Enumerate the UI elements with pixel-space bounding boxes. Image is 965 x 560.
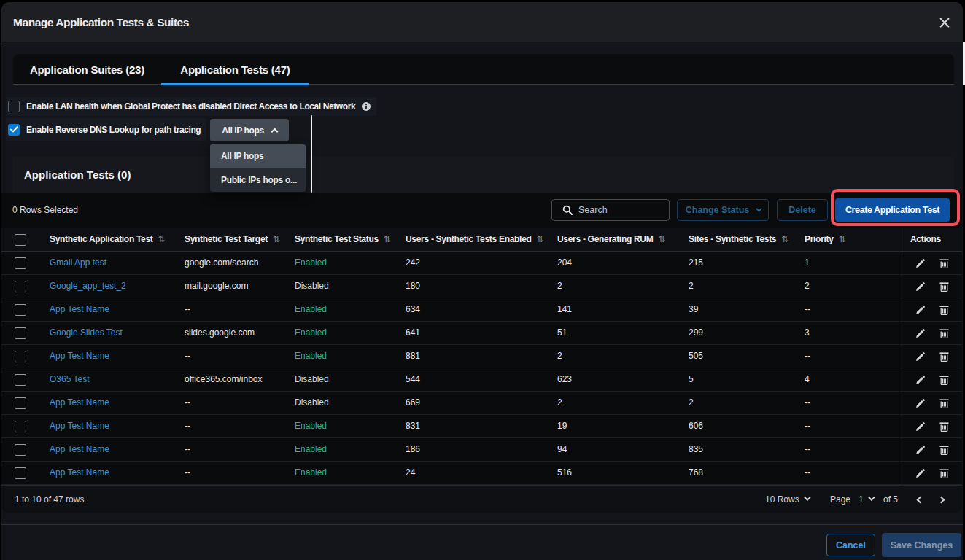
table-row: Google Slides Test slides.google.com Ena… <box>1 322 962 345</box>
cell-users-enabled: 641 <box>406 322 420 345</box>
edit-icon[interactable] <box>908 462 931 485</box>
cell-sites: 768 <box>689 462 703 485</box>
cell-test-target: -- <box>185 462 190 485</box>
delete-icon[interactable] <box>932 322 956 345</box>
select-all-checkbox[interactable] <box>15 234 26 246</box>
page-number-select[interactable]: 1 <box>859 486 864 513</box>
sort-icon[interactable]: ⇅ <box>839 234 846 244</box>
table-row: Google_app_test_2 mail.google.com Disabl… <box>1 275 962 298</box>
column-header-target[interactable]: Synthetic Test Target⇅ <box>185 228 280 252</box>
actions-column-separator <box>899 228 899 486</box>
table-row: App Test Name -- Enabled 186 94 835 -- <box>1 438 962 462</box>
column-header-name[interactable]: Synthetic Application Test⇅ <box>50 228 165 252</box>
info-icon[interactable] <box>362 102 371 111</box>
search-box[interactable] <box>551 199 670 221</box>
cell-test-name[interactable]: App Test Name <box>50 345 109 368</box>
edit-icon[interactable] <box>908 368 931 392</box>
reverse-dns-checkbox[interactable] <box>8 124 20 136</box>
column-header-actions: Actions <box>910 228 941 252</box>
option-row-lan-health: Enable LAN health when Global Protect ha… <box>6 97 376 116</box>
save-changes-button[interactable]: Save Changes <box>882 533 961 557</box>
column-header-sites[interactable]: Sites - Synthetic Tests⇅ <box>689 228 788 252</box>
edit-icon[interactable] <box>908 392 931 415</box>
tab-application-suites[interactable]: Application Suites (23) <box>13 54 161 85</box>
sort-icon[interactable]: ⇅ <box>658 234 665 244</box>
sort-icon[interactable]: ⇅ <box>384 234 391 244</box>
delete-icon[interactable] <box>932 298 956 322</box>
dropdown-option-all-ip-hops[interactable]: All IP hops <box>210 144 306 168</box>
option-row-reverse-dns: Enable Reverse DNS Lookup for path traci… <box>6 118 206 141</box>
section-header: Application Tests (0) <box>12 157 954 192</box>
cell-test-name[interactable]: App Test Name <box>50 298 109 322</box>
cell-test-name[interactable]: Google Slides Test <box>50 322 123 345</box>
delete-icon[interactable] <box>932 438 956 462</box>
edit-icon[interactable] <box>908 298 931 322</box>
tab-application-tests[interactable]: Application Tests (47) <box>161 54 309 85</box>
change-status-button[interactable]: Change Status <box>677 199 769 221</box>
row-checkbox[interactable] <box>15 444 26 456</box>
delete-icon[interactable] <box>932 345 956 368</box>
modal-header: Manage Application Tests & Suites <box>1 2 963 42</box>
cell-test-name[interactable]: App Test Name <box>50 438 109 462</box>
delete-icon[interactable] <box>932 392 956 415</box>
edit-icon[interactable] <box>908 275 931 298</box>
ip-hops-dropdown[interactable]: All IP hops <box>210 119 289 141</box>
delete-icon[interactable] <box>932 252 956 275</box>
row-checkbox[interactable] <box>15 281 26 292</box>
edit-icon[interactable] <box>908 322 931 345</box>
row-checkbox[interactable] <box>15 351 26 362</box>
cell-test-target: google.com/search <box>185 252 258 275</box>
cell-users-enabled: 669 <box>406 392 420 415</box>
row-checkbox[interactable] <box>15 257 26 269</box>
search-input[interactable] <box>578 205 659 215</box>
next-page-button[interactable] <box>933 491 949 508</box>
create-application-test-button[interactable]: Create Application Test <box>835 198 950 222</box>
column-header-users-enabled[interactable]: Users - Synthetic Tests Enabled⇅ <box>406 228 543 252</box>
cell-test-name[interactable]: App Test Name <box>50 415 109 438</box>
delete-icon[interactable] <box>932 462 956 485</box>
previous-page-button[interactable] <box>912 491 928 508</box>
cell-test-name[interactable]: Gmail App test <box>50 252 106 275</box>
chevron-down-icon[interactable] <box>868 494 875 501</box>
chevron-down-icon[interactable] <box>804 494 811 501</box>
cell-sites: 2 <box>689 392 694 415</box>
cell-test-target: slides.google.com <box>185 322 255 345</box>
dropdown-option-public-ips[interactable]: Public IPs hops o... <box>210 168 306 192</box>
row-checkbox[interactable] <box>15 397 26 409</box>
edit-icon[interactable] <box>908 345 931 368</box>
cell-test-name[interactable]: App Test Name <box>50 462 109 485</box>
row-checkbox[interactable] <box>15 421 26 432</box>
delete-button[interactable]: Delete <box>777 199 828 221</box>
column-header-status[interactable]: Synthetic Test Status⇅ <box>295 228 391 252</box>
row-checkbox[interactable] <box>15 327 26 339</box>
cell-priority: -- <box>805 438 810 462</box>
sort-icon[interactable]: ⇅ <box>158 234 166 244</box>
cell-users-rum: 51 <box>557 322 567 345</box>
column-header-priority[interactable]: Priority⇅ <box>805 228 845 252</box>
rows-per-page-select[interactable]: 10 Rows <box>765 486 799 513</box>
cancel-button[interactable]: Cancel <box>826 534 875 556</box>
cell-users-rum: 2 <box>557 275 562 298</box>
lan-health-checkbox[interactable] <box>8 101 20 112</box>
delete-icon[interactable] <box>932 275 956 298</box>
delete-icon[interactable] <box>932 368 956 392</box>
sort-icon[interactable]: ⇅ <box>273 234 280 244</box>
close-icon[interactable] <box>937 17 953 28</box>
cell-test-name[interactable]: Google_app_test_2 <box>50 275 126 298</box>
row-checkbox[interactable] <box>15 304 26 316</box>
cell-test-name[interactable]: App Test Name <box>50 392 109 415</box>
delete-icon[interactable] <box>932 415 956 438</box>
cell-test-target: -- <box>185 345 190 368</box>
rows-selected-label: 0 Rows Selected <box>12 192 78 228</box>
edit-icon[interactable] <box>908 252 931 275</box>
row-checkbox[interactable] <box>15 374 26 386</box>
cell-sites: 39 <box>689 298 698 322</box>
sort-icon[interactable]: ⇅ <box>537 234 544 244</box>
sort-icon[interactable]: ⇅ <box>781 234 788 244</box>
column-header-users-rum[interactable]: Users - Generating RUM⇅ <box>557 228 665 252</box>
edit-icon[interactable] <box>908 438 931 462</box>
cell-test-name[interactable]: O365 Test <box>50 368 89 392</box>
edit-icon[interactable] <box>908 415 931 438</box>
row-checkbox[interactable] <box>15 467 26 479</box>
chevron-up-icon <box>271 128 278 136</box>
